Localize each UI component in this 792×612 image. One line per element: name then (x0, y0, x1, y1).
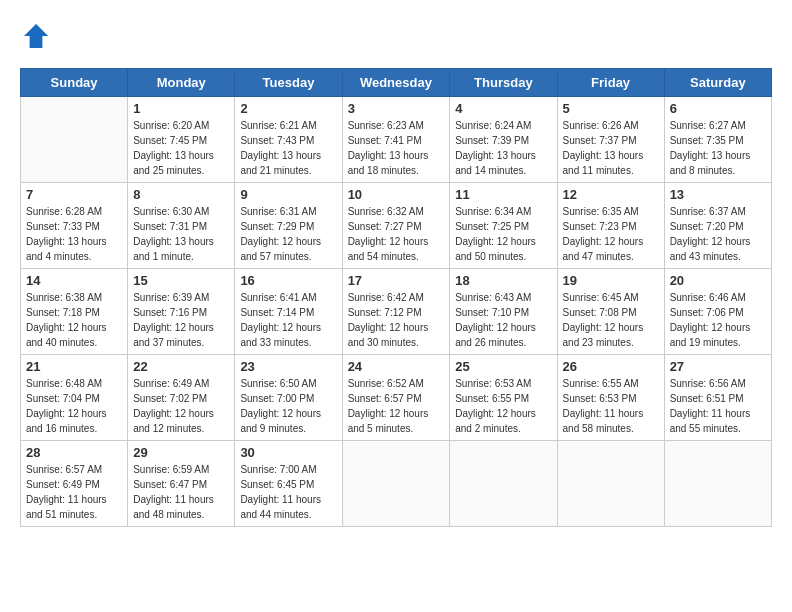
logo-icon (20, 20, 52, 52)
calendar-week-row: 7Sunrise: 6:28 AMSunset: 7:33 PMDaylight… (21, 183, 772, 269)
day-number: 1 (133, 101, 229, 116)
day-info: Sunrise: 6:49 AMSunset: 7:02 PMDaylight:… (133, 376, 229, 436)
calendar-cell: 19Sunrise: 6:45 AMSunset: 7:08 PMDayligh… (557, 269, 664, 355)
day-info: Sunrise: 6:23 AMSunset: 7:41 PMDaylight:… (348, 118, 445, 178)
day-info: Sunrise: 6:50 AMSunset: 7:00 PMDaylight:… (240, 376, 336, 436)
calendar-cell: 6Sunrise: 6:27 AMSunset: 7:35 PMDaylight… (664, 97, 771, 183)
calendar-cell (342, 441, 450, 527)
day-info: Sunrise: 6:27 AMSunset: 7:35 PMDaylight:… (670, 118, 766, 178)
calendar-cell: 22Sunrise: 6:49 AMSunset: 7:02 PMDayligh… (128, 355, 235, 441)
calendar-week-row: 21Sunrise: 6:48 AMSunset: 7:04 PMDayligh… (21, 355, 772, 441)
day-info: Sunrise: 6:37 AMSunset: 7:20 PMDaylight:… (670, 204, 766, 264)
day-number: 6 (670, 101, 766, 116)
svg-marker-1 (36, 24, 48, 36)
day-info: Sunrise: 6:46 AMSunset: 7:06 PMDaylight:… (670, 290, 766, 350)
day-info: Sunrise: 6:26 AMSunset: 7:37 PMDaylight:… (563, 118, 659, 178)
day-number: 9 (240, 187, 336, 202)
day-header-tuesday: Tuesday (235, 69, 342, 97)
day-number: 14 (26, 273, 122, 288)
day-info: Sunrise: 6:42 AMSunset: 7:12 PMDaylight:… (348, 290, 445, 350)
calendar-cell: 21Sunrise: 6:48 AMSunset: 7:04 PMDayligh… (21, 355, 128, 441)
calendar-cell: 30Sunrise: 7:00 AMSunset: 6:45 PMDayligh… (235, 441, 342, 527)
day-info: Sunrise: 6:52 AMSunset: 6:57 PMDaylight:… (348, 376, 445, 436)
calendar-table: SundayMondayTuesdayWednesdayThursdayFrid… (20, 68, 772, 527)
calendar-cell: 12Sunrise: 6:35 AMSunset: 7:23 PMDayligh… (557, 183, 664, 269)
day-header-thursday: Thursday (450, 69, 557, 97)
day-number: 27 (670, 359, 766, 374)
calendar-cell: 10Sunrise: 6:32 AMSunset: 7:27 PMDayligh… (342, 183, 450, 269)
day-header-monday: Monday (128, 69, 235, 97)
calendar-cell: 2Sunrise: 6:21 AMSunset: 7:43 PMDaylight… (235, 97, 342, 183)
day-info: Sunrise: 6:21 AMSunset: 7:43 PMDaylight:… (240, 118, 336, 178)
day-info: Sunrise: 6:34 AMSunset: 7:25 PMDaylight:… (455, 204, 551, 264)
day-number: 13 (670, 187, 766, 202)
day-number: 12 (563, 187, 659, 202)
calendar-cell: 8Sunrise: 6:30 AMSunset: 7:31 PMDaylight… (128, 183, 235, 269)
calendar-cell (664, 441, 771, 527)
day-number: 28 (26, 445, 122, 460)
day-info: Sunrise: 6:56 AMSunset: 6:51 PMDaylight:… (670, 376, 766, 436)
day-number: 24 (348, 359, 445, 374)
calendar-cell: 15Sunrise: 6:39 AMSunset: 7:16 PMDayligh… (128, 269, 235, 355)
day-number: 23 (240, 359, 336, 374)
calendar-cell: 7Sunrise: 6:28 AMSunset: 7:33 PMDaylight… (21, 183, 128, 269)
day-number: 4 (455, 101, 551, 116)
calendar-cell: 26Sunrise: 6:55 AMSunset: 6:53 PMDayligh… (557, 355, 664, 441)
calendar-cell: 20Sunrise: 6:46 AMSunset: 7:06 PMDayligh… (664, 269, 771, 355)
day-info: Sunrise: 6:48 AMSunset: 7:04 PMDaylight:… (26, 376, 122, 436)
day-number: 16 (240, 273, 336, 288)
day-info: Sunrise: 6:53 AMSunset: 6:55 PMDaylight:… (455, 376, 551, 436)
calendar-cell: 3Sunrise: 6:23 AMSunset: 7:41 PMDaylight… (342, 97, 450, 183)
day-number: 20 (670, 273, 766, 288)
day-number: 18 (455, 273, 551, 288)
calendar-cell: 17Sunrise: 6:42 AMSunset: 7:12 PMDayligh… (342, 269, 450, 355)
day-info: Sunrise: 6:20 AMSunset: 7:45 PMDaylight:… (133, 118, 229, 178)
day-number: 3 (348, 101, 445, 116)
day-number: 25 (455, 359, 551, 374)
calendar-week-row: 28Sunrise: 6:57 AMSunset: 6:49 PMDayligh… (21, 441, 772, 527)
calendar-cell: 5Sunrise: 6:26 AMSunset: 7:37 PMDaylight… (557, 97, 664, 183)
day-number: 19 (563, 273, 659, 288)
day-header-sunday: Sunday (21, 69, 128, 97)
day-info: Sunrise: 6:38 AMSunset: 7:18 PMDaylight:… (26, 290, 122, 350)
day-info: Sunrise: 6:30 AMSunset: 7:31 PMDaylight:… (133, 204, 229, 264)
day-number: 26 (563, 359, 659, 374)
day-number: 15 (133, 273, 229, 288)
calendar-cell: 14Sunrise: 6:38 AMSunset: 7:18 PMDayligh… (21, 269, 128, 355)
calendar-cell: 28Sunrise: 6:57 AMSunset: 6:49 PMDayligh… (21, 441, 128, 527)
calendar-week-row: 1Sunrise: 6:20 AMSunset: 7:45 PMDaylight… (21, 97, 772, 183)
calendar-cell: 29Sunrise: 6:59 AMSunset: 6:47 PMDayligh… (128, 441, 235, 527)
calendar-cell: 16Sunrise: 6:41 AMSunset: 7:14 PMDayligh… (235, 269, 342, 355)
day-info: Sunrise: 6:43 AMSunset: 7:10 PMDaylight:… (455, 290, 551, 350)
day-number: 2 (240, 101, 336, 116)
calendar-cell: 27Sunrise: 6:56 AMSunset: 6:51 PMDayligh… (664, 355, 771, 441)
day-number: 11 (455, 187, 551, 202)
day-info: Sunrise: 6:41 AMSunset: 7:14 PMDaylight:… (240, 290, 336, 350)
day-number: 7 (26, 187, 122, 202)
day-header-friday: Friday (557, 69, 664, 97)
calendar-cell: 1Sunrise: 6:20 AMSunset: 7:45 PMDaylight… (128, 97, 235, 183)
day-number: 10 (348, 187, 445, 202)
calendar-cell: 18Sunrise: 6:43 AMSunset: 7:10 PMDayligh… (450, 269, 557, 355)
calendar-cell: 24Sunrise: 6:52 AMSunset: 6:57 PMDayligh… (342, 355, 450, 441)
day-info: Sunrise: 6:35 AMSunset: 7:23 PMDaylight:… (563, 204, 659, 264)
calendar-cell (557, 441, 664, 527)
day-info: Sunrise: 6:39 AMSunset: 7:16 PMDaylight:… (133, 290, 229, 350)
day-number: 8 (133, 187, 229, 202)
logo (20, 20, 56, 52)
calendar-week-row: 14Sunrise: 6:38 AMSunset: 7:18 PMDayligh… (21, 269, 772, 355)
page-header (20, 20, 772, 52)
calendar-cell: 4Sunrise: 6:24 AMSunset: 7:39 PMDaylight… (450, 97, 557, 183)
day-info: Sunrise: 6:55 AMSunset: 6:53 PMDaylight:… (563, 376, 659, 436)
day-info: Sunrise: 6:24 AMSunset: 7:39 PMDaylight:… (455, 118, 551, 178)
calendar-cell: 25Sunrise: 6:53 AMSunset: 6:55 PMDayligh… (450, 355, 557, 441)
day-info: Sunrise: 6:45 AMSunset: 7:08 PMDaylight:… (563, 290, 659, 350)
calendar-cell (450, 441, 557, 527)
day-number: 5 (563, 101, 659, 116)
day-header-saturday: Saturday (664, 69, 771, 97)
calendar-header-row: SundayMondayTuesdayWednesdayThursdayFrid… (21, 69, 772, 97)
calendar-cell: 11Sunrise: 6:34 AMSunset: 7:25 PMDayligh… (450, 183, 557, 269)
day-number: 21 (26, 359, 122, 374)
calendar-cell: 23Sunrise: 6:50 AMSunset: 7:00 PMDayligh… (235, 355, 342, 441)
day-info: Sunrise: 6:28 AMSunset: 7:33 PMDaylight:… (26, 204, 122, 264)
